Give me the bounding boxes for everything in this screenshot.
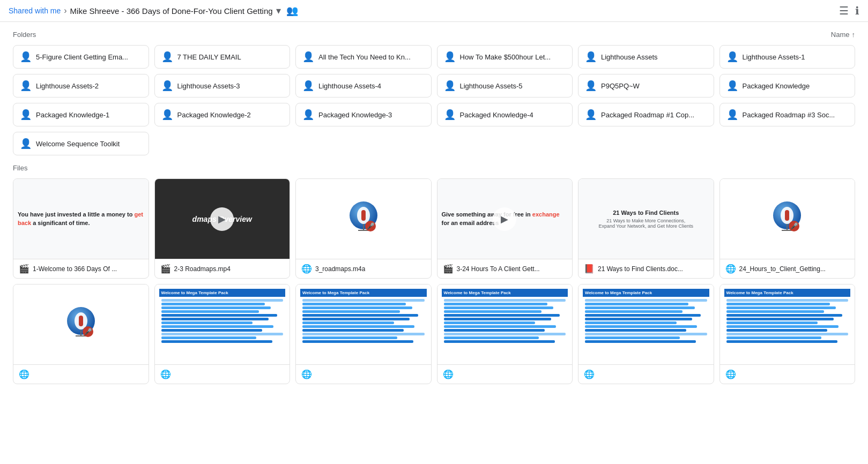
folder-item[interactable]: 👤 Lighthouse Assets-5: [437, 74, 573, 98]
file-info: 🌐 3_roadmaps.m4a: [296, 259, 431, 278]
breadcrumb-current-folder: Mike Shreeve - 366 Days of Done-For-You …: [70, 6, 273, 16]
video-icon: 🎬: [19, 264, 29, 274]
file-item[interactable]: 🎤 🌐 24_Hours_to_Client_Getting...: [719, 178, 856, 279]
doc-thumbnail: Welcome to Mega Template Pack: [155, 285, 290, 364]
microphone-svg: 🎤: [768, 200, 806, 238]
folder-item[interactable]: 👤 Lighthouse Assets-2: [13, 74, 149, 98]
file-item[interactable]: 🎤 🌐: [13, 284, 149, 384]
file-name: 21 Ways to Find Clients.doc...: [598, 265, 683, 273]
folder-name: How To Make $500hour Let...: [460, 53, 551, 61]
file-name: 24_Hours_to_Client_Getting...: [739, 265, 826, 273]
file-item[interactable]: Welcome to Mega Template Pack: [295, 284, 432, 384]
folder-item[interactable]: 👤 Packaged Knowledge-4: [437, 103, 573, 126]
folder-shared-icon: 👤: [161, 80, 173, 92]
folder-item[interactable]: 👤 Lighthouse Assets-4: [295, 74, 432, 98]
pdf-icon: 📕: [584, 264, 595, 274]
folder-name: Packaged Knowledge-4: [460, 111, 533, 119]
folder-shared-icon: 👤: [20, 51, 32, 63]
folder-item[interactable]: 👤 P9Q5PQ~W: [578, 74, 714, 98]
folder-name: Lighthouse Assets-3: [177, 82, 240, 90]
sort-button[interactable]: Name ↑: [831, 31, 855, 39]
file-item[interactable]: Welcome to Mega Template Pack: [719, 284, 856, 384]
file-info: 🌐: [437, 365, 573, 384]
folder-name: 5-Figure Client Getting Ema...: [36, 53, 128, 61]
folder-shared-icon: 👤: [302, 80, 314, 92]
file-name: 3-24 Hours To A Client Gett...: [457, 265, 540, 273]
microphone-svg: 🎤: [62, 306, 100, 343]
svg-text:🎤: 🎤: [84, 327, 92, 335]
play-button[interactable]: ▶: [210, 207, 234, 231]
file-item[interactable]: dmaps Overview ▶ 🎬 2-3 Roadmaps.mp4: [154, 178, 291, 279]
file-item[interactable]: 🎤 🌐 3_roadmaps.m4a: [295, 178, 432, 279]
doc-icon: 🌐: [443, 369, 454, 379]
folder-item[interactable]: 👤 Lighthouse Assets-1: [719, 45, 856, 69]
folder-item[interactable]: 👤 Welcome Sequence Toolkit: [13, 132, 149, 155]
file-info: 🎬 3-24 Hours To A Client Gett...: [437, 259, 573, 278]
mic-thumbnail: 🎤: [13, 285, 149, 364]
header: Shared with me › Mike Shreeve - 366 Days…: [0, 0, 868, 22]
file-thumbnail: 21 Ways to Find Clients 21 Ways to Make …: [578, 179, 714, 259]
folder-name: Lighthouse Assets-2: [36, 82, 99, 90]
play-button[interactable]: ▶: [493, 207, 516, 231]
svg-rect-2: [361, 210, 366, 221]
file-grid: You have just invested a little a money …: [13, 178, 855, 384]
folder-name: Lighthouse Assets-4: [318, 82, 381, 90]
file-thumbnail: 🎤: [296, 179, 431, 259]
folder-grid: 👤 5-Figure Client Getting Ema... 👤 7 THE…: [13, 45, 855, 155]
file-item[interactable]: Give something away for free in exchange…: [437, 178, 573, 279]
folder-item[interactable]: 👤 Packaged Knowledge-1: [13, 103, 149, 126]
sort-arrow-icon: ↑: [852, 31, 856, 39]
chevron-right-icon: ›: [64, 6, 66, 16]
folder-item[interactable]: 👤 Packaged Knowledge-2: [154, 103, 291, 126]
folder-shared-icon: 👤: [161, 51, 173, 63]
breadcrumb: Shared with me › Mike Shreeve - 366 Days…: [9, 5, 298, 17]
folder-item[interactable]: 👤 Packaged Knowledge: [719, 74, 856, 98]
mic-thumbnail: 🎤: [296, 179, 431, 259]
folder-shared-icon: 👤: [20, 80, 32, 92]
folder-item[interactable]: 👤 Packaged Roadmap #3 Soc...: [719, 103, 856, 126]
folder-item[interactable]: 👤 Lighthouse Assets-3: [154, 74, 291, 98]
folder-item[interactable]: 👤 7 THE DAILY EMAIL: [154, 45, 291, 69]
folder-item[interactable]: 👤 All the Tech You Need to Kn...: [295, 45, 432, 69]
folder-shared-icon: 👤: [585, 109, 597, 121]
folder-item[interactable]: 👤 5-Figure Client Getting Ema...: [13, 45, 149, 69]
mic-thumbnail: 🎤: [720, 179, 855, 259]
file-info: 🌐: [578, 365, 714, 384]
folder-shared-icon: 👤: [585, 51, 597, 63]
folder-item[interactable]: 👤 Lighthouse Assets: [578, 45, 714, 69]
folder-item[interactable]: 👤 How To Make $500hour Let...: [437, 45, 573, 69]
file-item[interactable]: Welcome to Mega Template Pack: [154, 284, 291, 384]
file-item[interactable]: 21 Ways to Find Clients 21 Ways to Make …: [578, 178, 714, 279]
folder-name: Packaged Knowledge-1: [36, 111, 109, 119]
file-info: 🌐: [296, 365, 431, 384]
file-info: 📕 21 Ways to Find Clients.doc...: [578, 259, 714, 278]
info-icon[interactable]: ℹ: [855, 4, 859, 17]
file-info: 🌐 24_Hours_to_Client_Getting...: [720, 259, 855, 278]
file-thumbnail: Welcome to Mega Template Pack: [578, 285, 714, 365]
file-item[interactable]: Welcome to Mega Template Pack: [437, 284, 573, 384]
folder-shared-icon: 👤: [302, 109, 314, 121]
folder-dropdown-icon[interactable]: ▾: [276, 5, 281, 17]
file-item[interactable]: Welcome to Mega Template Pack: [578, 284, 714, 384]
folders-section-header: Folders Name ↑: [13, 31, 855, 39]
file-thumbnail: dmaps Overview ▶: [155, 179, 290, 259]
breadcrumb-shared-link[interactable]: Shared with me: [9, 6, 61, 15]
folder-shared-icon: 👤: [726, 109, 738, 121]
video-icon: 🎬: [160, 264, 171, 274]
folder-name: 7 THE DAILY EMAIL: [177, 53, 241, 61]
folder-name: P9Q5PQ~W: [601, 82, 640, 90]
folder-shared-icon: 👤: [444, 80, 456, 92]
file-item[interactable]: You have just invested a little a money …: [13, 178, 149, 279]
folder-item[interactable]: 👤 Packaged Knowledge-3: [295, 103, 432, 126]
video-icon: 🎬: [443, 264, 454, 274]
list-view-icon[interactable]: ☰: [839, 4, 849, 17]
people-icon[interactable]: 👥: [286, 5, 298, 17]
folder-shared-icon: 👤: [444, 109, 456, 121]
file-info: 🌐: [155, 365, 290, 384]
folder-item[interactable]: 👤 Packaged Roadmap #1 Cop...: [578, 103, 714, 126]
svg-rect-16: [79, 316, 83, 326]
folder-shared-icon: 👤: [20, 138, 32, 149]
folder-name: Lighthouse Assets-5: [460, 82, 523, 90]
audio-icon: 🌐: [725, 264, 736, 274]
microphone-svg: 🎤: [345, 200, 382, 238]
